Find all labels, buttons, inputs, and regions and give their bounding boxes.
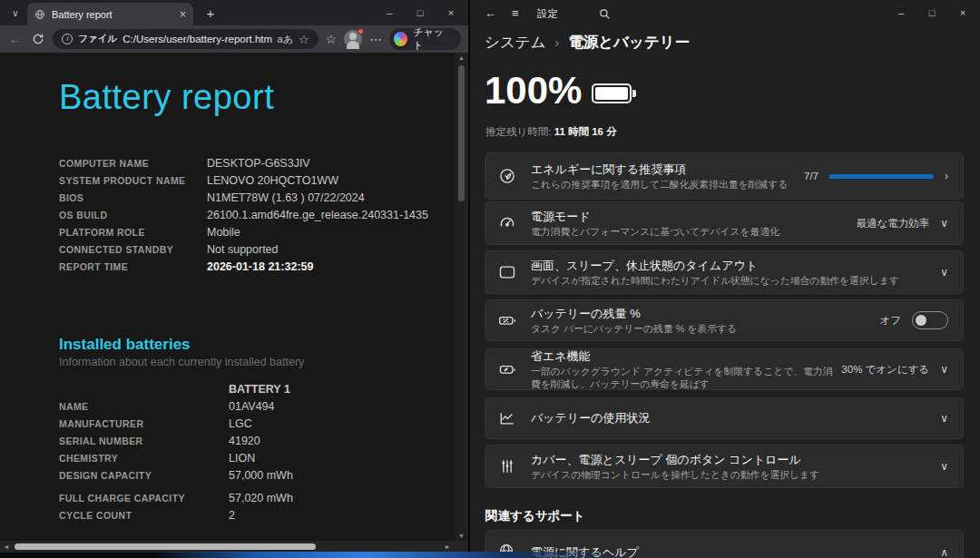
chevron-down-icon[interactable]: ∨: [940, 217, 948, 230]
row-value: 01AV494: [229, 400, 275, 413]
card-battery-usage[interactable]: バッテリーの使用状況 ∨: [485, 397, 964, 439]
card-power-mode[interactable]: 電源モード 電力消費とパフォーマンスに基づいてデバイスを最適化 最適な電力効率 …: [485, 201, 964, 245]
bookmark-star-icon[interactable]: ☆: [299, 33, 309, 46]
card-subtitle: デバイスが指定された時間にわたりアイドル状態になった場合の動作を選択します: [531, 274, 940, 287]
row-label: MANUFACTURER: [59, 418, 229, 429]
row-label: COMPUTER NAME: [59, 158, 207, 169]
browser-toolbar: ← i ファイル C:/Users/user/battery-report.ht…: [0, 25, 468, 53]
address-url[interactable]: C:/Users/user/battery-report.html: [122, 34, 271, 44]
card-title: カバー、電源とスリープ 個のボタン コントロール: [531, 453, 940, 467]
energy-recommendations-icon: [498, 167, 518, 185]
row-value: DESKTOP-G6S3JIV: [207, 157, 310, 170]
table-row: MANUFACTURERLGC: [59, 415, 293, 432]
horizontal-scroll-thumb[interactable]: [15, 543, 316, 550]
battery-percent: 100%: [485, 69, 582, 113]
battery-report-page: Battery report COMPUTER NAMEDESKTOP-G6S3…: [0, 53, 455, 541]
breadcrumb-separator: ›: [555, 35, 560, 50]
tab-search-chevron-icon[interactable]: ∨: [5, 5, 25, 22]
copilot-logo-icon: [394, 32, 407, 46]
settings-close-button[interactable]: ×: [947, 0, 978, 25]
row-value: 2026-01-18 21:32:59: [207, 260, 313, 273]
card-title: 電源モード: [531, 210, 856, 224]
row-value: 2: [229, 509, 235, 522]
breadcrumb: システム › 電源とバッテリー: [485, 33, 690, 53]
breadcrumb-parent[interactable]: システム: [485, 33, 546, 53]
settings-titlebar: ← ≡ 設定 – □ ×: [470, 0, 980, 27]
table-row: COMPUTER NAMEDESKTOP-G6S3JIV: [59, 154, 428, 171]
battery-full-icon: [592, 83, 632, 103]
more-menu-icon[interactable]: ⋯: [369, 32, 382, 46]
tab-close-icon[interactable]: ×: [180, 9, 186, 20]
profile-avatar[interactable]: [344, 30, 362, 48]
energy-saver-value: 30% でオンにする: [841, 363, 929, 377]
installed-batteries-subtitle: Information about each currently install…: [59, 356, 304, 368]
vertical-scrollbar[interactable]: ▲ ▼: [455, 53, 468, 541]
table-header-row: BATTERY 1: [59, 380, 293, 397]
tab-title: Battery report: [52, 9, 173, 20]
battery-usage-chart-icon: [498, 409, 518, 427]
scroll-left-icon[interactable]: ◄: [0, 541, 13, 553]
recommendations-progress-label: 7/7: [804, 171, 818, 181]
globe-favicon-icon: [34, 9, 45, 20]
row-label: CYCLE COUNT: [59, 510, 229, 521]
vertical-scroll-thumb[interactable]: [458, 65, 465, 201]
table-row: PLATFORM ROLEMobile: [59, 223, 428, 240]
chevron-down-icon[interactable]: ∨: [940, 412, 948, 425]
row-label: SYSTEM PRODUCT NAME: [59, 175, 207, 186]
estimate-value: 11 時間 16 分: [554, 126, 617, 137]
chevron-up-icon[interactable]: ∧: [940, 546, 948, 558]
chevron-down-icon[interactable]: ∨: [940, 266, 948, 279]
page-info-icon[interactable]: i: [62, 34, 73, 44]
row-label: PLATFORM ROLE: [59, 227, 207, 238]
settings-maximize-button[interactable]: □: [916, 0, 947, 25]
copilot-chat-button[interactable]: チャット: [389, 28, 461, 50]
scroll-up-icon[interactable]: ▲: [455, 54, 468, 61]
browser-tab[interactable]: Battery report ×: [27, 3, 193, 25]
hamburger-menu-icon[interactable]: ≡: [512, 0, 519, 27]
battery-info-table: BATTERY 1 NAME01AV494 MANUFACTURERLGC SE…: [59, 380, 293, 524]
battery-percentage-icon: [498, 311, 518, 329]
new-tab-button[interactable]: +: [201, 5, 220, 23]
card-energy-saver[interactable]: 省エネ機能 一部のバックグラウンド アクティビティを制限することで、電力消費を削…: [485, 348, 964, 390]
card-battery-percentage[interactable]: バッテリーの残量 % タスク バーにバッテリーの残量 % を表示する オフ: [485, 299, 964, 341]
energy-saver-icon: [498, 360, 518, 378]
system-info-table: COMPUTER NAMEDESKTOP-G6S3JIV SYSTEM PROD…: [59, 154, 428, 275]
row-label: OS BUILD: [59, 210, 207, 220]
browser-close-button[interactable]: ×: [436, 0, 466, 25]
address-scheme-label: ファイル: [78, 33, 117, 45]
card-subtitle: 一部のバックグラウンド アクティビティを制限することで、電力消費を削減し、バッテ…: [531, 365, 841, 390]
battery-percentage-toggle[interactable]: [912, 311, 948, 329]
toggle-state-label: オフ: [879, 314, 901, 328]
installed-batteries-heading: Installed batteries: [59, 336, 191, 354]
chevron-down-icon[interactable]: ∨: [940, 460, 948, 473]
table-row: CONNECTED STANDBYNot supported: [59, 240, 428, 258]
translate-icon[interactable]: aあ: [278, 33, 293, 46]
settings-minimize-button[interactable]: –: [886, 0, 916, 25]
refresh-icon[interactable]: [30, 33, 45, 45]
profile-badge: [358, 28, 364, 34]
address-bar[interactable]: i ファイル C:/Users/user/battery-report.html…: [53, 29, 318, 49]
card-lid-power-button-controls[interactable]: カバー、電源とスリープ 個のボタン コントロール デバイスの物理コントロールを操…: [485, 445, 964, 488]
row-value: 57,020 mWh: [229, 492, 293, 504]
browser-minimize-button[interactable]: –: [374, 0, 405, 25]
table-row: DESIGN CAPACITY57,000 mWh: [59, 466, 293, 484]
search-icon[interactable]: [599, 0, 611, 27]
battery-column-header: BATTERY 1: [229, 383, 290, 396]
browser-window: ∨ Battery report × + – □ × ← i ファイル: [0, 0, 468, 553]
favorites-icon[interactable]: ☆: [326, 32, 338, 46]
chevron-right-icon[interactable]: ›: [945, 170, 948, 182]
copilot-label: チャット: [413, 25, 452, 53]
scroll-down-icon[interactable]: ▼: [455, 533, 468, 539]
back-icon[interactable]: ←: [7, 32, 23, 46]
settings-back-icon[interactable]: ←: [485, 0, 496, 27]
card-title: 画面、スリープ、休止状態のタイムアウト: [531, 259, 940, 273]
browser-maximize-button[interactable]: □: [405, 0, 436, 25]
settings-app-label: 設定: [537, 0, 558, 27]
card-title: バッテリーの残量 %: [531, 307, 879, 321]
battery-estimate: 推定残り時間: 11 時間 16 分: [485, 125, 617, 139]
card-subtitle: タスク バーにバッテリーの残量 % を表示する: [531, 322, 879, 335]
table-row: REPORT TIME2026-01-18 21:32:59: [59, 258, 428, 275]
card-screen-sleep-timeouts[interactable]: 画面、スリープ、休止状態のタイムアウト デバイスが指定された時間にわたりアイドル…: [485, 250, 964, 294]
chevron-down-icon[interactable]: ∨: [940, 363, 948, 376]
card-energy-recommendations[interactable]: エネルギーに関する推奨事項 これらの推奨事項を適用して二酸化炭素排出量を削減する…: [485, 152, 964, 200]
